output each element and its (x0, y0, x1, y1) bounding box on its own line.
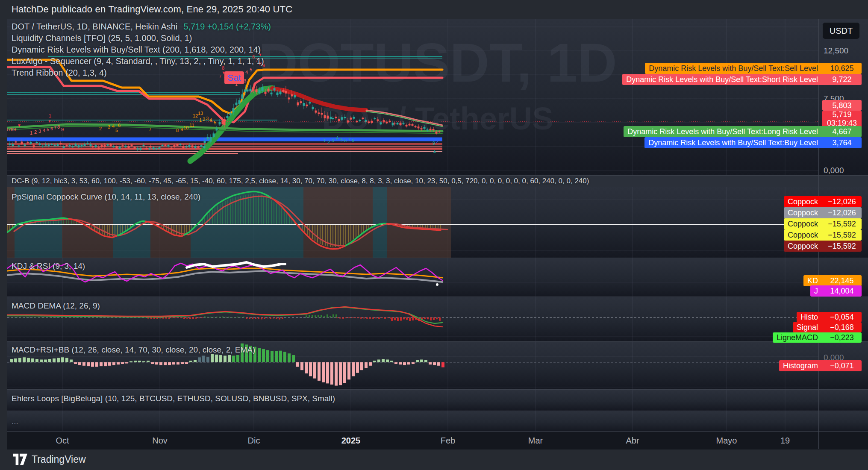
price-level-row: Coppock−12,026 (784, 196, 862, 207)
svg-text:9: 9 (180, 127, 183, 132)
svg-text:2: 2 (436, 139, 438, 144)
price-level-label: Coppock (784, 241, 822, 252)
sat-label: Sat (224, 71, 244, 84)
price-level-label: Histo (797, 312, 822, 322)
svg-text:8: 8 (176, 128, 179, 133)
pane-kdj: KDJ & RSI (9, 3, 14) (7, 258, 868, 297)
pane-dcb: DC-B (9, 12, hlc3, 3, 53, 60, 100, -53, … (7, 175, 868, 187)
publish-header-text: HatchDe publicado en TradingView.com, En… (12, 4, 292, 15)
kdj-title: KDJ & RSI (9, 3, 14) (12, 261, 85, 271)
price-level-row: Dynamic Risk Levels with Buy/Sell Text:S… (645, 63, 862, 74)
price-level-value: −0,168 (822, 322, 862, 332)
svg-text:▼: ▼ (48, 119, 52, 123)
svg-text:6789: 6789 (7, 127, 16, 132)
svg-text:5: 5 (340, 137, 343, 142)
time-axis-label-Nov: Nov (152, 436, 168, 446)
currency-toggle-button[interactable]: USDT (822, 22, 860, 39)
time-axis-label-Dic: Dic (248, 436, 260, 446)
svg-text:5: 5 (250, 67, 252, 72)
price-level-value: −12,026 (822, 207, 862, 218)
time-axis-label-Oct: Oct (56, 436, 69, 446)
svg-text:9: 9 (61, 127, 64, 132)
price-level-row: LigneMACD−0,223 (773, 332, 862, 343)
price-level-value: −15,592 (822, 218, 862, 229)
price-level-row: Histogram−0,071 (779, 360, 862, 371)
pane-hist: MACD+RSI+BB (12, 26, close, 14, 70, 30, … (7, 341, 868, 389)
pane-macd: MACD DEMA (12, 26, 9) (7, 297, 868, 341)
price-level-value: −0,071 (822, 360, 862, 371)
svg-text:2: 2 (327, 140, 330, 145)
main-title-line-4: Trend Ribbon (20, 1,3, 4) (12, 68, 107, 78)
price-level-value: 14,004 (822, 285, 862, 297)
price-level-value: −12,026 (822, 196, 862, 207)
time-axis-label-Mayo: Mayo (716, 436, 737, 446)
price-level-value: −15,592 (822, 241, 862, 252)
price-level-label: J (810, 285, 822, 297)
price-level-row: Coppock−15,592 (784, 241, 862, 252)
pane-dots: ... (7, 411, 868, 431)
svg-text:7: 7 (348, 137, 350, 142)
time-axis-label-Feb: Feb (441, 436, 455, 446)
svg-text:7: 7 (54, 125, 56, 130)
price-level-value: 4,667 (822, 126, 862, 137)
pane-main: DOTUSDT, 1DDOT / TetherUS6789▼1234567891… (7, 19, 868, 175)
price-level-value: −0,054 (822, 312, 862, 322)
price-level-label: KD (803, 275, 822, 286)
tradingview-brand[interactable]: TradingView (32, 454, 86, 465)
macd-title: MACD DEMA (12, 26, 9) (12, 301, 100, 311)
price-level-label: Dynamic Risk Levels with Buy/Sell Text:S… (622, 74, 822, 85)
svg-text:4: 4 (209, 118, 212, 123)
tradingview-logo-icon[interactable] (13, 453, 27, 465)
price-axis-label: 0,000 (824, 166, 844, 175)
price-level-value: 9,722 (822, 74, 862, 85)
price-level-label: Dynamic Risk Levels with Buy/Sell Text:B… (644, 137, 822, 148)
price-level-value: 5,71903:19:43 (822, 111, 862, 128)
svg-text:1: 1 (199, 118, 202, 123)
plot-kdj[interactable] (7, 258, 868, 297)
price-level-row: Coppock−15,592 (784, 229, 862, 241)
svg-text:3: 3 (108, 124, 110, 129)
price-level-row: Dynamic Risk Levels with Buy/Sell Text:S… (622, 74, 862, 85)
price-level-value: 10,625 (822, 63, 862, 74)
coppock-title: PpSignal Coppock Curve (10, 14, 11, 13, … (12, 192, 200, 202)
publish-header: HatchDe publicado en TradingView.com, En… (0, 0, 868, 19)
time-axis-label-2025: 2025 (341, 436, 361, 446)
hist-title: MACD+RSI+BB (12, 26, close, 14, 70, 30, … (12, 345, 255, 355)
plot-dots[interactable] (7, 411, 868, 432)
svg-text:1: 1 (49, 113, 51, 118)
price-level-value: 3,764 (822, 137, 862, 148)
price-level-row: Coppock−15,592 (784, 218, 862, 229)
svg-text:3: 3 (206, 116, 209, 121)
footer-bar: TradingView (13, 450, 86, 468)
svg-text:13: 13 (198, 111, 203, 116)
svg-text:2: 2 (99, 126, 102, 131)
price-level-row: Dynamic Risk Levels with Buy/Sell Text:L… (624, 126, 862, 137)
price-axis-label: 12,500 (824, 46, 848, 56)
main-title-line-2: Dynamic Risk Levels with Buy/Sell Text (… (12, 45, 261, 55)
svg-text:8: 8 (57, 124, 60, 129)
price-level-row: Histo−0,054 (797, 312, 862, 322)
svg-text:11: 11 (189, 123, 194, 128)
plot-macd[interactable] (7, 297, 868, 342)
price-level-row: J14,004 (810, 285, 862, 297)
price-level-row: KD22,145 (803, 275, 862, 286)
svg-text:9: 9 (433, 141, 435, 146)
svg-text:10: 10 (183, 125, 188, 130)
price-level-row: 5,803 (822, 100, 862, 111)
main-title-line-3: LuxAlgo - Sequencer (9, 4, Standard, , T… (12, 56, 264, 66)
time-axis-label-Abr: Abr (626, 436, 639, 446)
price-level-label: Dynamic Risk Levels with Buy/Sell Text:L… (624, 126, 822, 137)
svg-text:4: 4 (112, 123, 115, 129)
svg-text:2: 2 (203, 117, 205, 122)
svg-text:2: 2 (34, 129, 37, 135)
svg-text:6: 6 (50, 126, 53, 131)
pane-ehlers: Ehlers Loops [BigBeluga] (10, 125, BTCUS… (7, 389, 868, 411)
chart-container[interactable]: DOTUSDT, 1DDOT / TetherUS6789▼1234567891… (7, 19, 868, 449)
price-level-value: −15,592 (822, 229, 862, 241)
svg-text:3: 3 (244, 78, 246, 83)
price-level-row: Signal−0,168 (793, 322, 862, 332)
ehlers-title: Ehlers Loops [BigBeluga] (10, 125, BTCUS… (12, 394, 335, 403)
price-level-label: Signal (793, 322, 822, 332)
time-axis[interactable]: OctNovDic2025FebMarAbrMayo19 (7, 431, 868, 449)
svg-text:6: 6 (118, 123, 121, 128)
